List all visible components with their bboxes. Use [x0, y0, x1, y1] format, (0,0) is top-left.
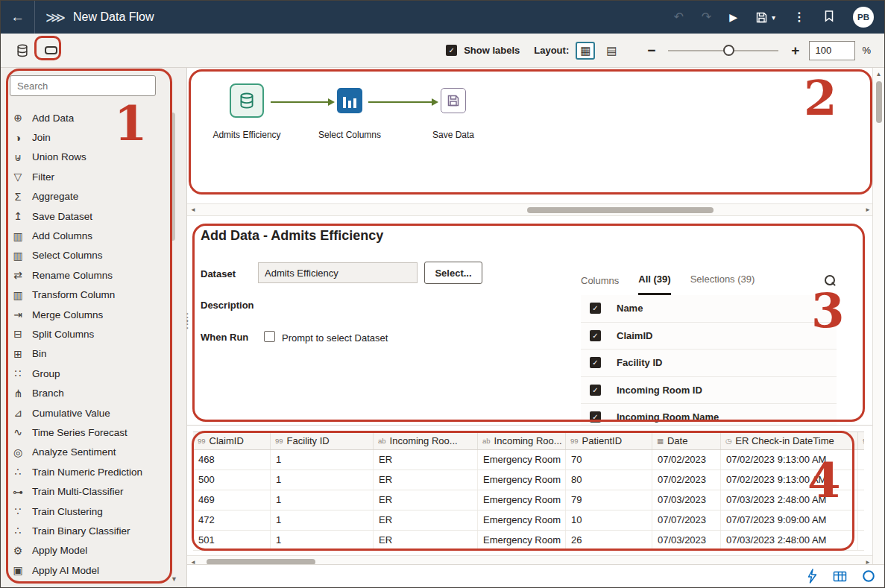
step-merge-columns[interactable]: ⇥ Merge Columns [1, 305, 186, 324]
table-cell: 07/02/2023 9:13:00 AM [721, 470, 858, 490]
column-row[interactable]: ✓ Incoming Room ID [581, 377, 837, 405]
visual-view-button[interactable] [862, 569, 875, 583]
table-cell: 07/02/2023 [652, 450, 721, 470]
table-cell: 501 [193, 531, 271, 550]
step-train-multi-classifier[interactable]: ⊶ Train Multi-Classifier [1, 481, 186, 501]
step-aggregate[interactable]: Σ Aggregate [1, 187, 186, 206]
canvas-hscroll-thumb[interactable] [527, 207, 714, 213]
step-transform-column[interactable]: ▥ Transform Column [1, 285, 186, 305]
run-button[interactable]: ▶ [729, 12, 737, 22]
step-cumulative-value[interactable]: ⊿ Cumulative Value [1, 403, 186, 423]
zoom-out-button[interactable]: − [644, 42, 658, 59]
canvas-hscrollbar[interactable]: ◄ ► [187, 203, 874, 216]
column-row[interactable]: ✓ Name [581, 295, 837, 323]
table-cell: 79 [566, 490, 652, 510]
main-vscroll-thumb[interactable] [876, 81, 882, 123]
table-cell: 469 [193, 490, 271, 510]
step-rename-columns[interactable]: ⇄ Rename Columns [1, 265, 186, 285]
column-row[interactable]: ✓ Incoming Room Name [581, 404, 837, 426]
column-name: Facility ID [617, 357, 662, 368]
datasets-panel-button[interactable] [13, 41, 32, 60]
steps-panel-button[interactable] [41, 41, 60, 60]
main-vscrollbar[interactable]: ▲ [872, 68, 884, 564]
node-admits-efficiency[interactable]: Admits Efficiency [202, 81, 292, 140]
step-add-columns[interactable]: ▥ Add Columns [1, 226, 186, 245]
zoom-input[interactable] [809, 41, 855, 60]
tab-all[interactable]: All (39) [638, 265, 670, 295]
column-checkbox[interactable]: ✓ [590, 330, 601, 341]
when-run-label: When Run [201, 332, 248, 343]
step-filter[interactable]: ▽ Filter [1, 167, 186, 186]
step-apply-model[interactable]: ⚙ Apply Model [1, 541, 186, 560]
node-save-data[interactable]: Save Data [409, 81, 498, 140]
layout-grid-button[interactable]: ▦ [576, 42, 595, 60]
step-join[interactable]: ◑ Join [1, 127, 186, 147]
tab-selections[interactable]: Selections (39) [690, 265, 755, 295]
data-view-button[interactable] [833, 570, 847, 583]
analyze-sentiment-icon: ◎ [11, 446, 25, 458]
prompt-dataset-checkbox[interactable] [264, 331, 275, 342]
scroll-left-arrow[interactable]: ◄ [187, 206, 199, 213]
table-cell: 07/02/2023 9:13:00 AM [721, 450, 858, 470]
app-window: ← ⋙ New Data Flow ↶ ↷ ▶ ▾ ⋮ PB [0, 0, 885, 588]
prompt-dataset-label: Prompt to select Dataset [282, 332, 388, 344]
zoom-slider-thumb[interactable] [723, 45, 734, 56]
add-columns-icon: ▥ [11, 230, 25, 242]
sidebar-scroll-down-arrow[interactable]: ▼ [171, 575, 177, 583]
step-save-dataset[interactable]: ↥ Save Dataset [1, 206, 186, 226]
panel-resize-handle[interactable]: ⋮⋮ [182, 314, 193, 327]
table-row: 4681EREmergency Room7007/02/202307/02/20… [193, 450, 864, 470]
back-icon: ← [10, 9, 25, 25]
datetime-type-icon: ◷ [725, 437, 731, 445]
step-add-data[interactable]: ⊕ Add Data [1, 108, 186, 127]
save-button[interactable]: ▾ [755, 11, 775, 24]
canvas-toolbar: ✓ Show labels Layout: ▦ ▤ − + % [446, 41, 884, 60]
zoom-in-button[interactable]: + [788, 42, 802, 59]
flow-node-icon [45, 46, 57, 54]
table-cell: 07/03/2023 [652, 531, 721, 550]
scroll-up-arrow[interactable]: ▲ [873, 71, 884, 78]
step-analyze-sentiment[interactable]: ◎ Analyze Sentiment [1, 443, 186, 462]
avatar[interactable]: PB [853, 7, 874, 28]
redo-button[interactable]: ↷ [702, 11, 711, 23]
undo-button[interactable]: ↶ [673, 11, 683, 23]
data-preview-table: 99 ClaimID 99 Facility ID ab Incoming Ro… [193, 431, 864, 553]
column-checkbox[interactable]: ✓ [590, 303, 601, 314]
layout-list-button[interactable]: ▤ [602, 42, 621, 60]
column-row[interactable]: ✓ Facility ID [581, 350, 837, 377]
back-button[interactable]: ← [1, 1, 35, 34]
zoom-slider[interactable] [668, 45, 778, 57]
more-menu-button[interactable]: ⋮ [793, 11, 805, 23]
bookmark-button[interactable] [823, 10, 835, 25]
date-type-icon: ▦ [657, 437, 664, 445]
search-input[interactable] [10, 75, 156, 96]
save-menu-caret[interactable]: ▾ [772, 13, 775, 22]
num-type-icon: 99 [275, 437, 283, 445]
column-checkbox[interactable]: ✓ [590, 411, 601, 423]
step-train-clustering[interactable]: ∵ Train Clustering [1, 502, 186, 521]
prepare-scripts-button[interactable] [806, 569, 818, 584]
search-icon[interactable] [824, 274, 837, 287]
table-icon [833, 570, 847, 583]
step-time-series-forecast[interactable]: ∿ Time Series Forecast [1, 423, 186, 442]
step-group[interactable]: ∷ Group [1, 364, 186, 383]
column-header-label: ClaimID [210, 435, 244, 446]
flow-canvas[interactable]: Admits Efficiency Select Columns Save Da… [187, 68, 874, 203]
column-row[interactable]: ✓ ClaimID [581, 323, 837, 350]
column-checkbox[interactable]: ✓ [590, 357, 601, 368]
step-split-columns[interactable]: ⊟ Split Columns [1, 324, 186, 344]
show-labels-checkbox[interactable]: ✓ [446, 45, 457, 56]
dataset-input[interactable] [258, 262, 418, 283]
step-apply-ai-model[interactable]: ▣ Apply AI Model [1, 560, 186, 580]
sidebar-scrollbar-thumb[interactable] [170, 113, 175, 241]
node-select-columns[interactable]: Select Columns [305, 81, 394, 140]
column-checkbox[interactable]: ✓ [590, 385, 601, 396]
step-bin[interactable]: ⊞ Bin [1, 344, 186, 364]
step-select-columns[interactable]: ▥ Select Columns [1, 246, 186, 265]
step-train-numeric-prediction[interactable]: ∴ Train Numeric Prediction [1, 462, 186, 481]
step-train-binary-classifier[interactable]: ∴ Train Binary Classifier [1, 521, 186, 540]
select-dataset-button[interactable]: Select... [424, 262, 482, 284]
step-union-rows[interactable]: ⊎ Union Rows [1, 148, 186, 167]
step-branch[interactable]: ⋔ Branch [1, 383, 186, 402]
apply-ai-model-icon: ▣ [11, 564, 25, 576]
